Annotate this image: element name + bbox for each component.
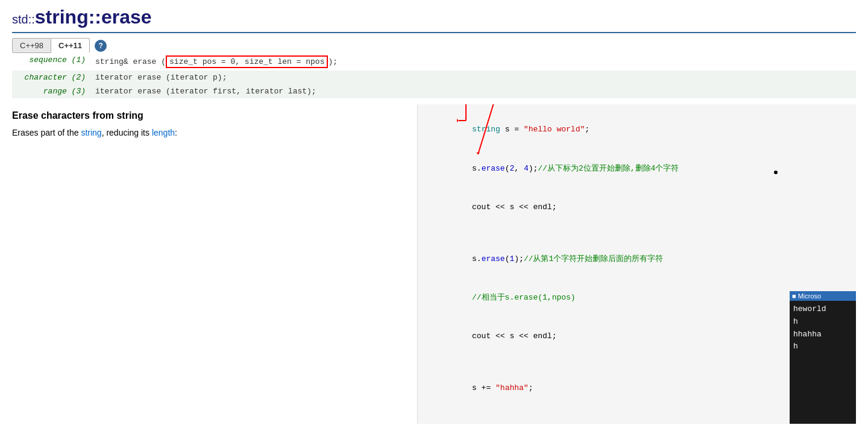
terminal-line-3: hhahha xyxy=(793,329,852,341)
terminal-header: ■ Microso xyxy=(790,291,856,301)
code-line-3: cout << s << endl; xyxy=(425,188,849,227)
tab-cpp98[interactable]: C++98 xyxy=(12,38,51,53)
sig-code-sequence: string& erase (size_t pos = 0, size_t le… xyxy=(90,53,856,71)
sig-code-character: iterator erase (iterator p); xyxy=(90,71,856,84)
sig-label-range: range (3) xyxy=(12,84,90,98)
signature-table: sequence (1) string& erase (size_t pos =… xyxy=(12,53,856,98)
sig-code-range: iterator erase (iterator first, iterator… xyxy=(90,84,856,98)
signature-row-sequence: sequence (1) string& erase (size_t pos =… xyxy=(12,53,856,71)
terminal-line-2: h xyxy=(793,316,852,329)
description-heading: Erase characters from string xyxy=(12,110,411,121)
code-line-5: s.erase(1);//从第1个字符开始删除后面的所有字符 xyxy=(425,239,849,278)
tab-cpp11[interactable]: C++11 xyxy=(51,38,90,53)
signature-row-range: range (3) iterator erase (iterator first… xyxy=(12,84,856,98)
terminal-line-4: h xyxy=(793,341,852,353)
length-link[interactable]: length xyxy=(152,128,175,137)
code-line-2: s.erase(2, 4);//从下标为2位置开始删除,删除4个字符 xyxy=(425,149,849,187)
tabs-bar: C++98 C++11 ? xyxy=(12,38,856,53)
code-line-8 xyxy=(425,356,849,368)
sig-label-sequence: sequence (1) xyxy=(12,53,90,71)
code-line-7: cout << s << endl; xyxy=(425,317,849,356)
terminal-panel: ■ Microso heworld h hhahha h xyxy=(790,291,856,424)
code-line-6: //相当于s.erase(1,npos) xyxy=(425,279,849,317)
code-line-10: cout << s << endl; xyxy=(425,408,849,424)
sig-label-character: character (2) xyxy=(12,71,90,84)
code-line-9: s += "hahha"; xyxy=(425,369,849,408)
terminal-line-1: heworld xyxy=(793,303,852,316)
code-line-4 xyxy=(425,227,849,239)
dot-indicator xyxy=(774,171,778,174)
arrows-overlay xyxy=(417,104,418,315)
code-line-1: string s = "hello world"; xyxy=(425,110,849,149)
left-panel: Erase characters from string Erases part… xyxy=(12,104,417,424)
description-text: Erases part of the string, reducing its … xyxy=(12,126,411,139)
string-link[interactable]: string xyxy=(81,128,101,137)
code-panel: string s = "hello world"; s.erase(2, 4);… xyxy=(417,104,856,424)
help-icon[interactable]: ? xyxy=(95,40,107,52)
signature-row-character: character (2) iterator erase (iterator p… xyxy=(12,71,856,84)
page-title: std::string::erase xyxy=(12,6,856,33)
